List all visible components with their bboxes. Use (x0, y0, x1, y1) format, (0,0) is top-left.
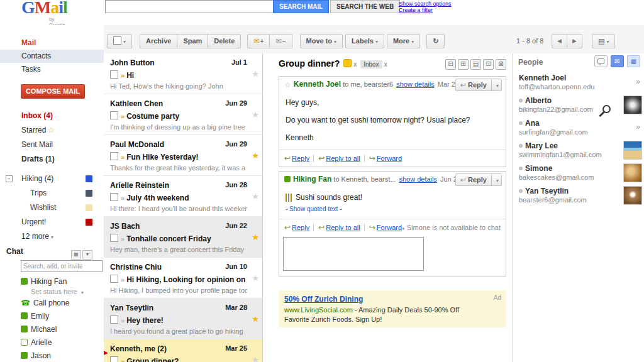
inline-reply-textarea[interactable] (283, 237, 424, 271)
chat-collapse-icon[interactable]: ▾ (82, 250, 92, 260)
chat-options-icon[interactable]: ▦ (71, 250, 81, 260)
search-web-button[interactable]: SEARCH THE WEB (330, 0, 400, 13)
select-all-dropdown-button[interactable]: ▾ (107, 34, 132, 48)
message-row[interactable]: ▶ John Button Jul 1 »Hi Hi Ted, How's th… (104, 53, 262, 94)
message-row[interactable]: ▶ Arielle Reinstein Jun 28 »July 4th wee… (104, 176, 262, 217)
message-checkbox[interactable] (110, 315, 118, 324)
create-filter-link[interactable]: Create a filter (399, 7, 452, 13)
collapse-toggle-icon[interactable]: − (6, 175, 13, 182)
search-mail-button[interactable]: SEARCH MAIL (273, 0, 329, 13)
reply-all-link[interactable]: Reply to all (326, 155, 360, 162)
show-search-options-link[interactable]: Show search options (399, 1, 452, 7)
star-icon[interactable]: ★ (252, 110, 259, 119)
ad-title-link[interactable]: 50% Off Zurich Dining (284, 295, 363, 304)
message-row[interactable]: ▶ Kathleen Chen Jun 29 »Costume party I'… (104, 94, 262, 135)
remove-inbox-x[interactable]: x (384, 61, 387, 68)
remove-label-x[interactable]: x (353, 61, 357, 68)
folder-item[interactable]: Sent Mail (0, 138, 104, 152)
ad-url[interactable]: www.LivingSocial.com (284, 306, 353, 314)
star-icon[interactable]: ★ (252, 273, 259, 283)
message-checkbox[interactable] (110, 152, 118, 160)
label-item[interactable]: Urgent! (0, 215, 104, 229)
message-row[interactable]: ▶ Yan Tseytlin Mar 28 »Hey there! I hear… (104, 299, 262, 339)
more-button[interactable]: More▾ (387, 34, 420, 48)
star-icon[interactable]: ★ (252, 355, 259, 362)
chat-contact[interactable]: Jason (0, 349, 104, 362)
show-details-link[interactable]: show details (396, 80, 435, 88)
chat-contact[interactable]: Arielle (0, 336, 104, 349)
contact-row[interactable]: Yan Tseytlin bearster6@gmail.com (513, 184, 644, 207)
message-row[interactable]: ▶ Paul McDonald Jun 29 »Fun Hike Yesterd… (104, 135, 262, 176)
message-row[interactable]: ▶ Christine Chiu Jun 10 »Hi Hiking, Look… (104, 258, 262, 299)
app-nav-item[interactable]: Mail (0, 36, 104, 50)
forward-link[interactable]: Forward (377, 155, 402, 162)
set-status-dropdown[interactable]: Set status here ▾ (31, 288, 104, 295)
star-icon[interactable]: ★ (252, 233, 259, 242)
labels-button[interactable]: Labels▾ (345, 34, 384, 48)
create-document-icon[interactable]: ⊡ (483, 59, 494, 70)
message-card-header[interactable]: Kenneth Joelto me, bearster6show details… (279, 77, 506, 93)
message-checkbox[interactable] (110, 234, 118, 242)
importance-marker-icon[interactable]: » (121, 194, 125, 202)
chat-search-input[interactable] (21, 260, 103, 272)
archive-button[interactable]: Archive (140, 34, 177, 48)
contact-row[interactable]: Simone bakescakes@gmail.com (513, 162, 644, 184)
importance-marker-icon[interactable]: » (121, 72, 125, 79)
reply-link[interactable]: Reply (292, 224, 309, 231)
message-checkbox[interactable] (110, 275, 118, 283)
importance-marker-icon[interactable]: » (121, 358, 125, 362)
message-checkbox[interactable] (110, 356, 118, 362)
message-checkbox[interactable] (110, 111, 118, 119)
chat-self-row[interactable]: Hiking Fan (21, 277, 104, 286)
newer-button[interactable]: ◀ (552, 34, 567, 48)
folder-item[interactable]: Inbox (4) (0, 109, 104, 123)
refresh-button[interactable]: ↻ (426, 34, 445, 48)
reply-all-link[interactable]: Reply to all (326, 224, 360, 231)
message-row[interactable]: ▶ Kenneth, me (2) Mar 25 »Group dinner? … (104, 339, 262, 362)
show-details-link[interactable]: show details (399, 175, 437, 183)
reply-link[interactable]: Reply (292, 155, 309, 162)
contact-row[interactable]: Kenneth Joel toff@wharton.upenn.edu » (513, 71, 644, 94)
star-icon[interactable]: ★ (252, 314, 259, 324)
older-button[interactable]: ▶ (567, 34, 582, 48)
expand-contact-arrow[interactable]: » (636, 123, 640, 131)
importance-marker-icon[interactable]: » (121, 112, 125, 120)
app-nav-item[interactable]: Tasks (0, 63, 104, 76)
importance-marker-icon[interactable]: » (121, 276, 125, 283)
reply-button[interactable]: ↩Reply (455, 79, 492, 91)
collapse-all-icon[interactable]: ⊟ (445, 59, 456, 70)
importance-marker-icon[interactable]: » (121, 153, 125, 161)
label-color-chip[interactable] (343, 59, 352, 67)
label-item[interactable]: Wishlist (0, 200, 104, 215)
contact-row[interactable]: Mary Lee swimmingfan1@gmail.com (513, 139, 644, 162)
forward-link[interactable]: Forward (377, 224, 402, 231)
star-icon[interactable]: ★ (252, 69, 259, 79)
expand-all-button[interactable]: ✉+ (247, 34, 270, 48)
view-toggle-button[interactable]: ▤▾ (592, 34, 615, 48)
contact-row[interactable]: Ana surfingfan@gmail.com » (513, 116, 644, 139)
spam-button[interactable]: Spam (177, 34, 208, 48)
collapse-all-button[interactable]: ✉− (269, 34, 292, 48)
chat-contact[interactable]: Emily (0, 310, 104, 323)
chat-contact[interactable]: Call phone (0, 297, 104, 310)
forward-all-icon[interactable]: ⊠ (496, 59, 506, 70)
print-all-icon[interactable]: ▤ (470, 59, 481, 70)
label-item[interactable]: − Hiking (4) (0, 172, 104, 186)
delete-button[interactable]: Delete (208, 34, 241, 48)
open-in-new-window-icon[interactable]: ⊞ (458, 59, 469, 70)
label-item[interactable]: Trips (0, 186, 104, 200)
compose-mail-button[interactable]: COMPOSE MAIL (21, 84, 85, 99)
reply-button[interactable]: ↩Reply (455, 173, 492, 186)
message-checkbox[interactable] (110, 70, 118, 79)
app-nav-item[interactable]: Contacts (0, 50, 104, 63)
email-icon[interactable]: ✉ (611, 55, 624, 67)
contacts-grid-icon[interactable]: ▦ (627, 55, 640, 67)
folder-item[interactable]: Drafts (1) (0, 152, 104, 167)
mail-search-input[interactable] (105, 0, 277, 13)
star-icon[interactable]: ★ (252, 192, 259, 201)
importance-marker-icon[interactable]: » (121, 235, 125, 243)
message-card-header[interactable]: Hiking Fanto Kenneth, bearst...show deta… (279, 172, 506, 188)
contact-row[interactable]: Alberto bikingfan22@gmail.com (513, 94, 644, 116)
message-checkbox[interactable] (110, 193, 118, 201)
expand-contact-arrow[interactable]: » (636, 77, 640, 86)
